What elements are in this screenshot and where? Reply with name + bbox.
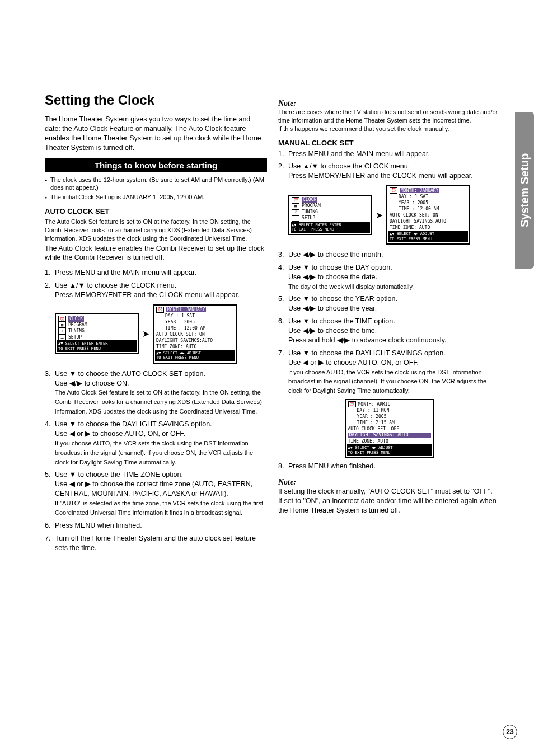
step-item: 3.Use ◀/▶ to choose the month. xyxy=(278,250,500,260)
intro-text: The Home Theater System gives you two wa… xyxy=(45,115,267,153)
menu-row: DAYLIGHT SAVINGS:AUTO xyxy=(155,337,235,344)
manual-steps-3: 8.Press MENU when finished. xyxy=(278,462,500,471)
step-num: 4. xyxy=(278,263,284,273)
footer-line: TO EXIT PRESS MENU xyxy=(292,227,369,232)
things-heading: Things to know before starting xyxy=(45,158,267,172)
step-text: Use ◀/▶ to choose the time. xyxy=(288,327,377,335)
page-number: 23 xyxy=(503,725,517,739)
program-icon: ▦ xyxy=(292,203,299,209)
clock-menu-osd: ⏰MONTH: JANUARY DAY : 1 SAT YEAR : 2005 … xyxy=(153,304,237,364)
menu-row: YEAR : 2005 xyxy=(155,319,235,325)
step-num: 6. xyxy=(45,521,50,530)
menu-item: CLOCK xyxy=(68,316,84,322)
step-text: Press MENU when finished. xyxy=(288,462,376,470)
step-num: 2. xyxy=(45,281,50,290)
step-num: 8. xyxy=(278,462,284,471)
right-column: Note: There are cases where the TV stati… xyxy=(278,96,500,556)
figure-clock-detail: ⏰MONTH: APRIL DAY : 11 MON YEAR : 2005 T… xyxy=(278,399,500,458)
menu-row: MONTH: APRIL xyxy=(358,402,391,407)
step-text: Use ▼ to choose the TIME option. xyxy=(288,317,395,325)
left-column: Setting the Clock The Home Theater Syste… xyxy=(45,92,267,556)
step-text: Press MENU and the MAIN menu will appear… xyxy=(288,150,430,158)
setup-icon: ☰ xyxy=(292,215,299,222)
auto-steps: 1.Press MENU and the MAIN menu will appe… xyxy=(45,268,267,300)
step-item: 1.Press MENU and the MAIN menu will appe… xyxy=(45,268,267,278)
manual-clock-heading: MANUAL CLOCK SET xyxy=(278,139,500,147)
step-text: Press MENU when finished. xyxy=(55,522,142,529)
step-num: 6. xyxy=(278,317,284,326)
step-num: 5. xyxy=(278,294,284,304)
note-text: There are cases where the TV station doe… xyxy=(278,108,500,125)
osd-footer: ▲▼ SELECT ENTER ENTER TO EXIT PRESS MENU xyxy=(291,222,370,233)
step-subtext: The Auto Clock Set feature is set to ON … xyxy=(55,389,262,415)
auto-para-2: The Auto Clock feature enables the Combi… xyxy=(45,244,267,263)
manual-steps-1: 1.Press MENU and the MAIN menu will appe… xyxy=(278,149,500,181)
menu-item: PROGRAM xyxy=(302,203,321,209)
step-subtext: If you choose AUTO, the VCR sets the clo… xyxy=(288,369,486,395)
step-subtext: If "AUTO" is selected as the time zone, … xyxy=(55,500,263,516)
menu-item: SETUP xyxy=(302,215,315,221)
step-num: 5. xyxy=(45,470,50,480)
step-item: 8.Press MENU when finished. xyxy=(278,462,500,471)
arrow-right-icon: ➤ xyxy=(142,328,149,339)
auto-steps-cont: 3.Use ▼ to choose the AUTO CLOCK SET opt… xyxy=(45,369,267,553)
osd-footer: ▲▼ SELECT ◀▶ ADJUST TO EXIT PRESS MENU xyxy=(155,350,235,361)
osd-footer: ▲▼ SELECT ◀▶ ADJUST TO EXIT PRESS MENU xyxy=(388,231,468,242)
auto-para-1: The Auto Clock Set feature is set to ON … xyxy=(45,218,267,243)
menu-row: MONTH: JANUARY xyxy=(166,307,206,313)
bullet-item: The clock uses the 12-hour system. (Be s… xyxy=(45,176,267,192)
menu-row: DAY : 1 SAT xyxy=(388,194,468,200)
footer-line: TO EXIT PRESS MENU xyxy=(348,450,431,455)
clock-icon: ⏰ xyxy=(58,316,66,322)
step-item: 2.Use ▲/▼ to choose the CLOCK menu.Press… xyxy=(278,162,500,181)
step-text: Press MENU and the MAIN menu will appear… xyxy=(55,269,196,276)
clock-detail-osd: ⏰MONTH: APRIL DAY : 11 MON YEAR : 2005 T… xyxy=(345,399,434,458)
menu-row: TIME ZONE: AUTO xyxy=(155,344,235,350)
step-num: 7. xyxy=(278,349,284,358)
menu-item: TUNING xyxy=(302,209,318,215)
step-subtext: The day of the week will display automat… xyxy=(288,283,414,290)
step-text: Use ◀/▶ to choose the year. xyxy=(288,304,377,312)
figure-menus: ⏰CLOCK ▦PROGRAM ♪TUNING ☰SETUP ▲▼ SELECT… xyxy=(55,304,267,364)
footer-line: ▲▼ SELECT ENTER ENTER xyxy=(292,223,369,227)
menu-row: AUTO CLOCK SET: ON xyxy=(155,331,235,337)
step-text: Use ◀/▶ to choose the month. xyxy=(288,251,383,259)
figure-menus: ⏰CLOCK ▦PROGRAM ♪TUNING ☰SETUP ▲▼ SELECT… xyxy=(288,185,500,245)
menu-row: YEAR : 2005 xyxy=(347,414,432,420)
note-label: Note: xyxy=(278,478,500,487)
footer-line: ▲▼ SELECT ENTER ENTER xyxy=(58,341,135,346)
menu-item: PROGRAM xyxy=(68,322,87,328)
step-item: 6.Use ▼ to choose the TIME option.Use ◀/… xyxy=(278,317,500,345)
step-item: 1.Press MENU and the MAIN menu will appe… xyxy=(278,149,500,159)
main-menu-osd: ⏰CLOCK ▦PROGRAM ♪TUNING ☰SETUP ▲▼ SELECT… xyxy=(288,195,372,236)
arrow-right-icon: ➤ xyxy=(376,210,383,220)
osd-footer: ▲▼ SELECT ENTER ENTER TO EXIT PRESS MENU xyxy=(57,340,137,352)
note-text: If set to "ON", an incorrect date and/or… xyxy=(278,496,500,515)
menu-row: DAYLIGHT SAVINGS:AUTO xyxy=(388,218,468,224)
menu-row: YEAR : 2005 xyxy=(388,200,468,206)
step-num: 7. xyxy=(45,534,50,543)
menu-row: TIME : 2:15 AM xyxy=(347,420,432,426)
step-text: Use ◀/▶ to choose the date. xyxy=(288,273,377,281)
menu-row: TIME ZONE: AUTO xyxy=(347,438,432,444)
menu-row: DAY : 11 MON xyxy=(347,407,432,414)
step-text: Use ◀/▶ to choose ON. xyxy=(55,379,129,387)
step-text: Use ◀ or ▶ to choose the correct time zo… xyxy=(55,480,252,497)
step-item: 7.Turn off the Home Theater System and t… xyxy=(45,534,267,553)
menu-row: AUTO CLOCK SET: OFF xyxy=(347,426,432,432)
step-text: Use ▲/▼ to choose the CLOCK menu. xyxy=(55,281,176,289)
footer-line: TO EXIT PRESS MENU xyxy=(156,355,233,360)
side-tab: System Setup xyxy=(515,112,534,269)
step-num: 4. xyxy=(45,420,50,429)
menu-item: SETUP xyxy=(68,335,82,340)
osd-footer: ▲▼ SELECT ◀▶ ADJUST TO EXIT PRESS MENU xyxy=(347,444,432,456)
menu-row: DAY : 1 SAT xyxy=(155,313,235,319)
step-text: Use ▼ to choose the TIME ZONE option. xyxy=(55,471,183,478)
bullet-item: The initial Clock Setting is JANUARY 1, … xyxy=(45,193,267,201)
tuning-icon: ♪ xyxy=(58,328,66,334)
menu-item: TUNING xyxy=(68,328,85,334)
step-text: Use ▼ to choose the DAYLIGHT SAVINGS opt… xyxy=(288,349,446,357)
page-title: Setting the Clock xyxy=(45,92,267,108)
manual-steps-2: 3.Use ◀/▶ to choose the month. 4.Use ▼ t… xyxy=(278,250,500,396)
clock-menu-osd: ⏰MONTH: JANUARY DAY : 1 SAT YEAR : 2005 … xyxy=(386,185,470,245)
